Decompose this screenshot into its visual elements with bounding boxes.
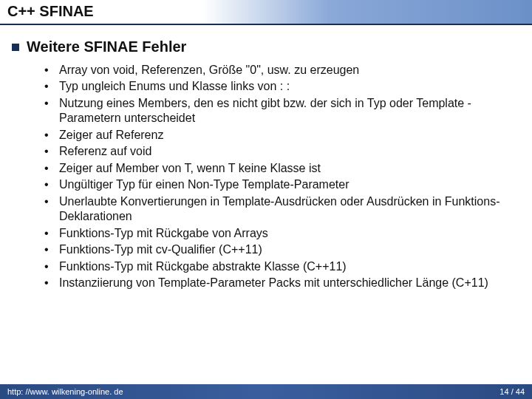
page-number: 14 / 44 [499,387,525,396]
list-item: Funktions-Typ mit Rückgabe von Arrays [44,226,513,241]
list-item: Typ ungleich Enums und Klasse links von … [44,79,513,94]
list-item: Funktions-Typ mit Rückgabe abstrakte Kla… [44,259,513,274]
slide-title: C++ SFINAE [7,3,525,20]
square-bullet-icon [12,44,19,51]
footer-bar: http: //www. wilkening-online. de 14 / 4… [0,384,532,399]
list-item: Referenz auf void [44,144,513,159]
list-item: Funktions-Typ mit cv-Qualifier (C++11) [44,242,513,257]
section-heading-row: Weitere SFINAE Fehler [12,38,520,55]
list-item: Nutzung eines Members, den es nicht gibt… [44,96,513,126]
list-item: Zeiger auf Member von T, wenn T keine Kl… [44,161,513,176]
list-item: Ungültiger Typ für einen Non-Type Templa… [44,177,513,192]
list-item: Array von void, Referenzen, Größe "0", u… [44,63,513,78]
list-item: Unerlaubte Konvertierungen in Template-A… [44,194,513,225]
list-item: Instanziierung von Template-Parameter Pa… [44,276,513,290]
section-heading: Weitere SFINAE Fehler [27,38,186,55]
bullet-list: Array von void, Referenzen, Größe "0", u… [12,63,520,291]
content-area: Weitere SFINAE Fehler Array von void, Re… [0,25,532,291]
title-bar: C++ SFINAE [0,0,532,25]
list-item: Zeiger auf Referenz [44,128,513,143]
footer-url: http: //www. wilkening-online. de [7,387,123,396]
